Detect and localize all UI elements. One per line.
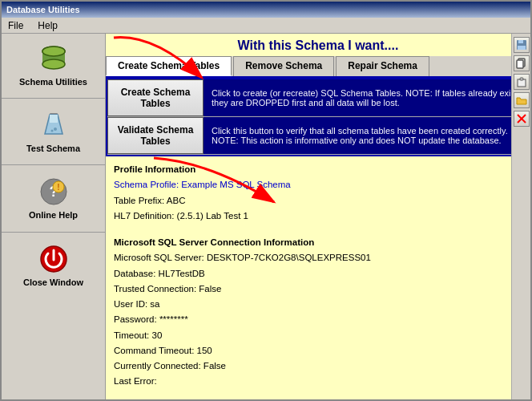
create-schema-tables-button[interactable]: Create Schema Tables bbox=[107, 79, 204, 116]
svg-point-2 bbox=[42, 59, 65, 69]
right-panel: With this Schema I want.... Create Schem… bbox=[106, 34, 530, 399]
connection-line-6: Command Timeout: 150 bbox=[114, 344, 506, 358]
tab-remove-schema[interactable]: Remove Schema bbox=[233, 56, 334, 76]
tab-create-schema-tables[interactable]: Create Schema Tables bbox=[106, 56, 232, 76]
database-icon bbox=[38, 43, 70, 75]
svg-point-7 bbox=[54, 128, 57, 131]
menu-file[interactable]: File bbox=[5, 19, 26, 32]
copy-button[interactable] bbox=[514, 55, 530, 71]
profile-line-1: Table Prefix: ABC bbox=[114, 194, 506, 208]
folder-button[interactable] bbox=[514, 92, 530, 108]
profile-line-2: HL7 Definition: (2.5.1) Lab Test 1 bbox=[114, 209, 506, 223]
connection-line-2: Trusted Connection: False bbox=[114, 282, 506, 296]
power-icon bbox=[38, 243, 70, 275]
connection-line-4: Password: ******** bbox=[114, 313, 506, 326]
svg-rect-22 bbox=[520, 78, 523, 80]
sidebar-label-close: Close Window bbox=[23, 277, 83, 288]
connection-heading: Microsoft SQL Server Connection Informat… bbox=[114, 236, 506, 249]
svg-point-3 bbox=[42, 47, 65, 56]
connection-line-7: Currently Connected: False bbox=[114, 359, 506, 373]
delete-button[interactable] bbox=[514, 111, 530, 127]
svg-point-8 bbox=[50, 130, 53, 132]
tab-content: Create Schema Tables Click to create (or… bbox=[106, 78, 530, 156]
connection-line-0: Microsoft SQL Server: DESKTOP-7CKO2G8\SQ… bbox=[114, 251, 506, 265]
profile-heading: Profile Information bbox=[114, 163, 506, 176]
profile-line-0: Schema Profile: Example MS SQL Schema bbox=[114, 178, 506, 192]
svg-rect-17 bbox=[518, 40, 523, 43]
connection-line-1: Database: HL7TestDB bbox=[114, 267, 506, 281]
main-window: Database Utilities File Help Schema Util… bbox=[0, 0, 532, 401]
window-title: Database Utilities bbox=[6, 5, 80, 14]
sidebar: Schema Utilities Test Schema bbox=[2, 34, 106, 399]
validate-schema-tables-desc: Click this button to verify that all sch… bbox=[204, 117, 529, 154]
svg-rect-18 bbox=[518, 46, 526, 50]
sidebar-item-close-window[interactable]: Close Window bbox=[7, 238, 99, 293]
svg-rect-6 bbox=[50, 115, 58, 123]
connection-line-5: Timeout: 30 bbox=[114, 329, 506, 342]
paste-button[interactable] bbox=[514, 74, 530, 90]
sidebar-item-schema-utilities[interactable]: Schema Utilities bbox=[7, 38, 99, 92]
beaker-icon bbox=[38, 109, 70, 141]
tab-repair-schema[interactable]: Repair Schema bbox=[336, 56, 429, 76]
right-toolbar bbox=[511, 34, 530, 399]
title-bar: Database Utilities bbox=[2, 2, 530, 18]
header-title: With this Schema I want.... bbox=[106, 34, 530, 56]
sidebar-label-help: Online Help bbox=[29, 210, 78, 221]
svg-text:!: ! bbox=[57, 183, 59, 192]
sidebar-item-test-schema[interactable]: Test Schema bbox=[7, 104, 99, 159]
info-section: Profile Information Schema Profile: Exam… bbox=[106, 156, 530, 399]
create-schema-tables-desc: Click to create (or recreate) SQL Schema… bbox=[204, 79, 529, 116]
connection-line-8: Last Error: bbox=[114, 375, 506, 388]
help-icon: ? ! bbox=[38, 176, 70, 208]
sidebar-label-schema: Schema Utilities bbox=[19, 77, 87, 87]
tabs-bar: Create Schema Tables Remove Schema Repai… bbox=[106, 56, 530, 78]
menu-help[interactable]: Help bbox=[34, 19, 61, 32]
menu-bar: File Help bbox=[2, 18, 530, 34]
svg-rect-20 bbox=[517, 60, 523, 68]
action-row-validate: Validate Schema Tables Click this button… bbox=[107, 117, 529, 155]
main-content: Schema Utilities Test Schema bbox=[2, 34, 530, 399]
action-row-create: Create Schema Tables Click to create (or… bbox=[107, 79, 529, 117]
sidebar-item-online-help[interactable]: ? ! Online Help bbox=[7, 171, 99, 225]
sidebar-label-test: Test Schema bbox=[26, 144, 80, 154]
save-button[interactable] bbox=[514, 37, 530, 53]
validate-schema-tables-button[interactable]: Validate Schema Tables bbox=[107, 117, 204, 154]
connection-line-3: User ID: sa bbox=[114, 298, 506, 311]
